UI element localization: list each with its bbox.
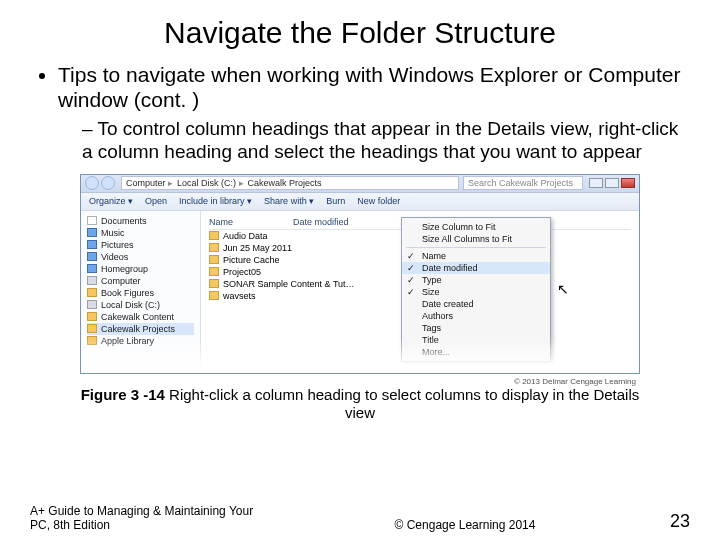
menu-item-col-1[interactable]: Date modified [402,262,550,274]
toolbar-organize[interactable]: Organize ▾ [89,196,133,206]
bullet-list: Tips to navigate when working with Windo… [36,62,690,164]
menu-item-col-4[interactable]: Date created [402,298,550,310]
screenshot-credit: © 2013 Delmar Cengage Learning [514,377,636,386]
menu-item-col-2[interactable]: Type [402,274,550,286]
folder-icon [209,291,219,300]
sidebar-item-label: Local Disk (C:) [101,300,160,310]
sidebar-item-label: Pictures [101,240,134,250]
folder-icon [87,312,97,321]
back-button[interactable] [85,176,99,190]
toolbar-share[interactable]: Share with ▾ [264,196,314,206]
folder-icon [87,300,97,309]
figure-caption-text: Right-click a column heading to select c… [165,386,639,421]
sidebar-item-9[interactable]: Cakewalk Projects [87,323,194,335]
bullet-main: Tips to navigate when working with Windo… [58,62,690,164]
file-name: SONAR Sample Content & Tut… [223,279,355,289]
toolbar-burn[interactable]: Burn [326,196,345,206]
bullet-sub: To control column headings that appear i… [82,118,690,164]
file-name: Project05 [223,267,261,277]
breadcrumb[interactable]: Computer Local Disk (C:) Cakewalk Projec… [121,176,459,190]
folder-icon [87,264,97,273]
sidebar-item-5[interactable]: Computer [87,275,194,287]
crumb-2[interactable]: Cakewalk Projects [248,178,322,188]
toolbar-newfolder[interactable]: New folder [357,196,400,206]
folder-icon [209,243,219,252]
menu-item-col-0[interactable]: Name [402,250,550,262]
folder-icon [209,267,219,276]
file-name: Audio Data [223,231,268,241]
crumb-0[interactable]: Computer [126,178,173,188]
file-name: Jun 25 May 2011 [223,243,292,253]
file-name: wavsets [223,291,256,301]
menu-separator [406,247,546,248]
folder-icon [209,279,219,288]
sidebar-item-7[interactable]: Local Disk (C:) [87,299,194,311]
col-name[interactable]: Name [209,217,233,227]
sidebar-item-label: Documents [101,216,147,226]
sidebar-item-3[interactable]: Videos [87,251,194,263]
folder-icon [87,288,97,297]
sidebar-item-0[interactable]: Documents [87,215,194,227]
maximize-button[interactable] [605,178,619,188]
slide-title: Navigate the Folder Structure [30,16,690,50]
close-button[interactable] [621,178,635,188]
file-name: Picture Cache [223,255,280,265]
sidebar-item-label: Homegroup [101,264,148,274]
minimize-button[interactable] [589,178,603,188]
folder-icon [87,216,97,225]
menu-item-col-5[interactable]: Authors [402,310,550,322]
figure-number: Figure 3 -14 [81,386,165,403]
sidebar-item-label: Computer [101,276,141,286]
col-date[interactable]: Date modified [293,217,349,227]
menu-item-size-0[interactable]: Size Column to Fit [402,221,550,233]
footer-copyright: © Cengage Learning 2014 [270,518,660,532]
toolbar-include[interactable]: Include in library ▾ [179,196,252,206]
sidebar-item-2[interactable]: Pictures [87,239,194,251]
sidebar-item-4[interactable]: Homegroup [87,263,194,275]
folder-icon [87,240,97,249]
folder-icon [87,324,97,333]
toolbar-open[interactable]: Open [145,196,167,206]
folder-icon [87,228,97,237]
window-controls [589,178,635,188]
sidebar-item-6[interactable]: Book Figures [87,287,194,299]
slide-footer: A+ Guide to Managing & Maintaining Your … [30,504,690,532]
menu-item-col-6[interactable]: Tags [402,322,550,334]
folder-icon [209,255,219,264]
explorer-toolbar: Organize ▾ Open Include in library ▾ Sha… [81,193,639,211]
sidebar-item-label: Videos [101,252,128,262]
folder-icon [87,252,97,261]
figure-caption: Figure 3 -14 Right-click a column headin… [70,386,650,422]
search-input[interactable]: Search Cakewalk Projects [463,176,583,190]
sidebar-item-8[interactable]: Cakewalk Content [87,311,194,323]
menu-item-size-1[interactable]: Size All Columns to Fit [402,233,550,245]
sidebar-item-label: Book Figures [101,288,154,298]
page-number: 23 [660,511,690,532]
folder-icon [87,276,97,285]
fade-overlay [81,339,639,373]
sidebar-item-1[interactable]: Music [87,227,194,239]
sidebar-item-label: Cakewalk Projects [101,324,175,334]
explorer-window: Computer Local Disk (C:) Cakewalk Projec… [80,174,640,374]
explorer-titlebar: Computer Local Disk (C:) Cakewalk Projec… [81,175,639,193]
figure: Computer Local Disk (C:) Cakewalk Projec… [80,174,640,374]
folder-icon [209,231,219,240]
footer-book: A+ Guide to Managing & Maintaining Your … [30,504,270,532]
forward-button[interactable] [101,176,115,190]
sidebar-item-label: Cakewalk Content [101,312,174,322]
bullet-main-text: Tips to navigate when working with Windo… [58,63,680,111]
crumb-1[interactable]: Local Disk (C:) [177,178,244,188]
sidebar-item-label: Music [101,228,125,238]
menu-item-col-3[interactable]: Size [402,286,550,298]
